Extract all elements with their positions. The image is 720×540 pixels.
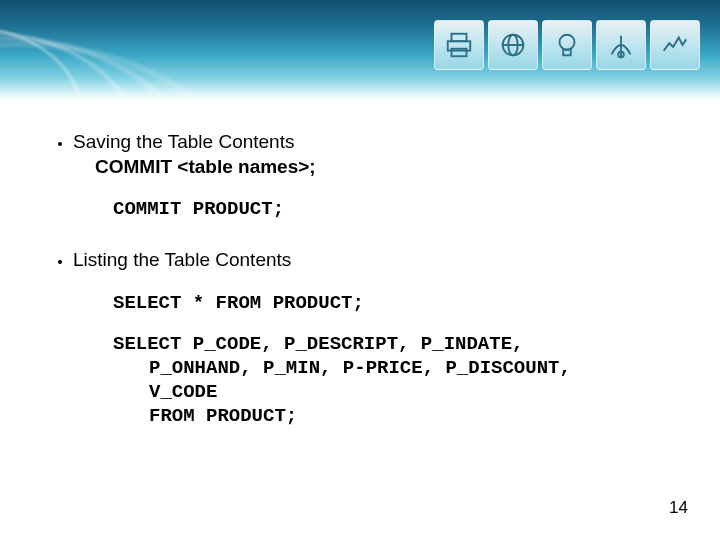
chart-icon xyxy=(650,20,700,70)
item2-title: Listing the Table Contents xyxy=(73,249,291,270)
globe-icon xyxy=(488,20,538,70)
ex2-line4: FROM PRODUCT; xyxy=(113,405,665,429)
svg-rect-0 xyxy=(452,34,467,42)
ex2-line2: P_ONHAND, P_MIN, P-PRICE, P_DISCOUNT, xyxy=(113,357,665,381)
ex2-line3: V_CODE xyxy=(113,381,665,405)
header-icons-row xyxy=(434,20,700,70)
svg-point-6 xyxy=(560,35,575,50)
slide-content: Saving the Table Contents COMMIT <table … xyxy=(0,100,720,428)
item1-title: Saving the Table Contents xyxy=(73,131,294,152)
svg-rect-7 xyxy=(563,50,571,56)
bulb-icon xyxy=(542,20,592,70)
page-number: 14 xyxy=(669,498,688,518)
item2-example2: SELECT P_CODE, P_DESCRIPT, P_INDATE, P_O… xyxy=(73,333,665,428)
bullet-list: Saving the Table Contents COMMIT <table … xyxy=(55,130,665,428)
item1-example: COMMIT PRODUCT; xyxy=(73,197,665,222)
slide-header xyxy=(0,0,720,100)
ex2-line1: SELECT P_CODE, P_DESCRIPT, P_INDATE, xyxy=(113,333,523,355)
bullet-item-1: Saving the Table Contents COMMIT <table … xyxy=(73,130,665,222)
item1-syntax: COMMIT <table names>; xyxy=(73,155,665,180)
satellite-icon xyxy=(596,20,646,70)
bullet-item-2: Listing the Table Contents SELECT * FROM… xyxy=(73,248,665,428)
item2-example1: SELECT * FROM PRODUCT; xyxy=(73,291,665,316)
slide: Saving the Table Contents COMMIT <table … xyxy=(0,0,720,540)
printer-icon xyxy=(434,20,484,70)
